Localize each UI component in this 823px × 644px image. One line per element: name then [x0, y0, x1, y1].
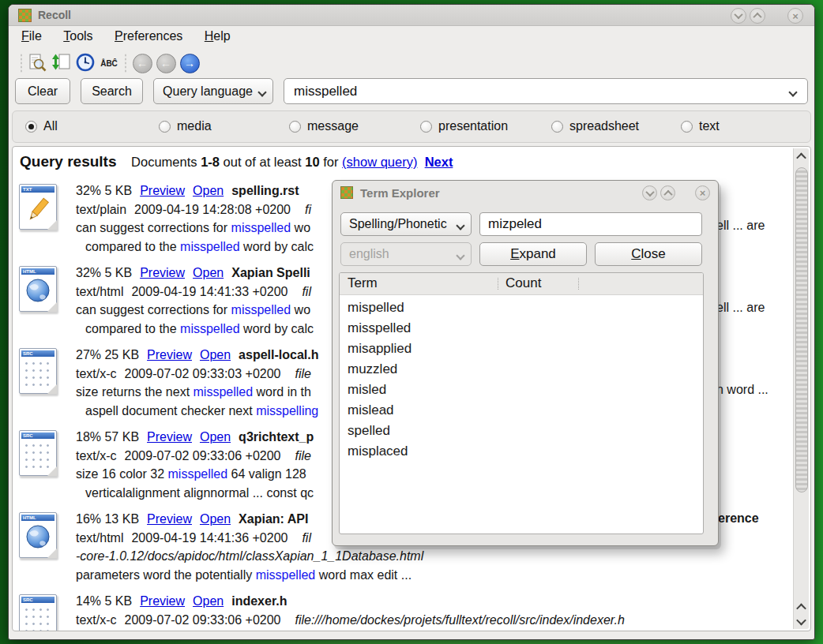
clear-button[interactable]: Clear	[15, 78, 70, 104]
titlebar[interactable]: Recoll ×	[9, 5, 814, 26]
chevron-down-icon	[788, 88, 797, 96]
search-row: Clear Search Query language	[15, 78, 808, 105]
search-input[interactable]	[292, 80, 784, 102]
term-input-box[interactable]	[479, 212, 702, 236]
filter-spreadsheet[interactable]: spreadsheet	[551, 119, 639, 133]
term-row[interactable]: misspelled	[348, 318, 411, 339]
open-link[interactable]: Open	[193, 594, 224, 608]
scroll-down-button[interactable]	[795, 615, 807, 627]
relevance-size: 14% 5 KB	[76, 594, 132, 608]
search-button[interactable]: Search	[81, 78, 143, 104]
result-title: Xapian: API	[239, 512, 308, 526]
doc-url-wrapped: -core-1.0.12/docs/apidoc/html/classXapia…	[76, 547, 793, 566]
highlighted-term: misspelled	[231, 303, 291, 316]
results-scrollbar[interactable]	[793, 148, 809, 629]
menu-preferences[interactable]: Preferences	[111, 28, 186, 44]
update-index-button[interactable]	[50, 51, 73, 75]
pencil-icon	[23, 194, 53, 226]
chevron-down-icon	[734, 10, 742, 19]
preview-link[interactable]: Preview	[140, 266, 185, 279]
open-link[interactable]: Open	[200, 430, 231, 444]
filter-all[interactable]: All	[25, 119, 58, 133]
term-input[interactable]	[487, 215, 697, 234]
open-link[interactable]: Open	[200, 512, 231, 526]
filter-message[interactable]: message	[289, 119, 359, 133]
term-row[interactable]: mispelled	[348, 298, 404, 318]
toolbar-separator	[124, 53, 127, 73]
column-header-term[interactable]: Term	[348, 275, 378, 291]
clock-icon	[75, 53, 96, 73]
scrollbar-thumb[interactable]	[795, 167, 808, 492]
highlighted-term: misspelled	[231, 221, 291, 234]
open-link[interactable]: Open	[200, 348, 231, 361]
dialog-maximize-button[interactable]	[660, 185, 675, 200]
file-type-label: SRC	[21, 350, 54, 357]
mime-type: text/plain	[76, 203, 126, 216]
mime-type: text/html	[76, 531, 123, 545]
show-query-link[interactable]: (show query)	[342, 155, 417, 169]
close-dialog-button[interactable]: Close	[595, 242, 702, 266]
result-title: indexer.h	[231, 594, 287, 608]
expand-button[interactable]: Expand	[479, 242, 587, 266]
results-title: Query results	[20, 153, 117, 170]
column-resize-handle[interactable]	[578, 278, 580, 290]
next-page-arrow-icon: →	[180, 54, 200, 73]
filter-media[interactable]: media	[159, 119, 212, 133]
menu-tools[interactable]: Tools	[60, 28, 96, 44]
recoll-app-icon	[18, 9, 32, 22]
dialog-titlebar[interactable]: Term Explorer ×	[333, 181, 718, 204]
dialog-minimize-button[interactable]	[642, 185, 657, 200]
dialog-close-button[interactable]: ×	[695, 185, 710, 200]
preview-link[interactable]: Preview	[140, 184, 185, 197]
highlighted-term: misspelled	[194, 385, 254, 399]
next-page-button[interactable]: →	[178, 51, 201, 75]
file-type-label: SRC	[21, 597, 54, 603]
result-line-meta: text/x-c2009-07-02 09:33:06 +0200file://…	[76, 611, 793, 630]
preview-link[interactable]: Preview	[147, 348, 192, 361]
expansion-mode-dropdown[interactable]: Spelling/Phonetic	[340, 212, 472, 236]
search-combobox[interactable]	[284, 78, 808, 104]
term-row[interactable]: misled	[348, 380, 386, 400]
relevance-size: 27% 25 KB	[76, 348, 139, 361]
filter-text[interactable]: text	[681, 119, 720, 133]
open-link[interactable]: Open	[193, 184, 224, 197]
column-header-count[interactable]: Count	[505, 275, 541, 291]
mime-type: text/html	[76, 285, 123, 298]
recoll-app-icon	[340, 186, 353, 199]
filter-presentation[interactable]: presentation	[420, 119, 508, 133]
column-resize-handle[interactable]	[498, 278, 499, 290]
document-preview-button[interactable]	[26, 51, 50, 75]
close-button[interactable]: ×	[787, 8, 803, 24]
preview-link[interactable]: Preview	[147, 430, 192, 444]
previous-page-button: ←	[154, 51, 178, 75]
term-row[interactable]: misplaced	[348, 441, 408, 462]
radio-icon	[289, 121, 301, 133]
open-link[interactable]: Open	[193, 266, 224, 279]
file-type-label: SRC	[21, 432, 54, 439]
term-row[interactable]: mislead	[348, 400, 394, 421]
term-row[interactable]: muzzled	[348, 359, 397, 380]
term-explorer-button[interactable]: ÅBĈ	[97, 51, 121, 75]
term-row[interactable]: misapplied	[348, 339, 412, 359]
scroll-up-button[interactable]	[795, 150, 807, 163]
doc-url: fil	[302, 531, 311, 545]
document-update-arrows-icon	[51, 53, 72, 73]
preview-link[interactable]: Preview	[147, 512, 192, 526]
menu-file[interactable]: File	[18, 28, 45, 44]
toolbar-separator	[20, 53, 23, 73]
first-page-arrow-icon: ←	[133, 54, 152, 73]
menu-help[interactable]: Help	[201, 28, 234, 44]
file-type-icon-html: HTML	[19, 512, 57, 558]
chevron-up-icon	[753, 13, 761, 21]
history-button[interactable]	[73, 51, 97, 75]
term-row[interactable]: spelled	[348, 421, 390, 441]
maximize-button[interactable]	[750, 8, 765, 24]
scroll-up-button-bottom[interactable]	[795, 601, 807, 613]
minimize-button[interactable]	[731, 8, 746, 24]
source-code-pattern	[23, 442, 51, 472]
preview-link[interactable]: Preview	[140, 594, 185, 608]
term-table-header[interactable]: Term Count	[340, 273, 703, 295]
next-page-link[interactable]: Next	[425, 155, 453, 169]
query-language-dropdown[interactable]: Query language	[153, 78, 273, 104]
highlighted-term: misspelled	[168, 467, 228, 481]
